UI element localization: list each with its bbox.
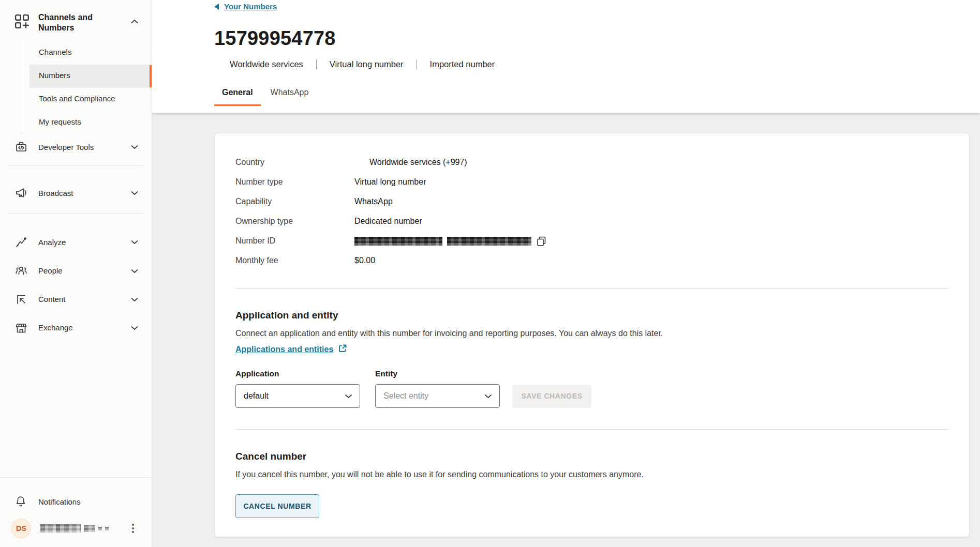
sidebar-item-exchange[interactable]: Exchange	[0, 313, 152, 342]
chevron-down-icon	[131, 142, 138, 151]
detail-row-number-id: Number ID	[235, 235, 948, 247]
meta-imported: Imported number	[430, 59, 495, 69]
application-entity-description: Connect an application and entity with t…	[235, 328, 948, 339]
sidebar: Channels and Numbers Channels Numbers To…	[0, 0, 152, 547]
cancel-number-description: If you cancel this number, you will not …	[235, 469, 948, 480]
exchange-icon	[14, 321, 28, 335]
detail-value: Virtual long number	[354, 177, 426, 187]
sidebar-item-label: Channels and Numbers	[38, 12, 107, 33]
sidebar-divider	[8, 213, 143, 214]
detail-value: Dedicated number	[354, 217, 422, 226]
people-icon	[14, 264, 28, 278]
detail-value: Worldwide services (+997)	[369, 158, 467, 167]
broadcast-icon	[14, 186, 28, 200]
sidebar-item-content[interactable]: Content	[0, 285, 152, 313]
section-divider	[235, 429, 948, 430]
sidebar-item-channels[interactable]: Channels	[22, 41, 152, 65]
user-menu-kebab-icon[interactable]	[130, 522, 136, 535]
bell-icon	[14, 495, 27, 508]
sidebar-item-label: Exchange	[38, 323, 73, 332]
chevron-down-icon	[131, 295, 138, 304]
form-labels-row: Application Entity	[235, 369, 948, 379]
back-link-your-numbers[interactable]: Your Numbers	[214, 2, 277, 11]
sidebar-item-tools-and-compliance[interactable]: Tools and Compliance	[22, 88, 152, 111]
application-select[interactable]: default	[235, 384, 360, 408]
detail-row-monthly-fee: Monthly fee $0.00	[235, 254, 948, 267]
page-title: 15799954778	[214, 27, 980, 49]
sidebar-item-label: Analyze	[38, 238, 66, 247]
user-name-redacted	[40, 524, 109, 533]
page-header: Your Numbers 15799954778 Worldwide servi…	[152, 0, 980, 113]
save-changes-button[interactable]: SAVE CHANGES	[512, 385, 591, 408]
redacted-text-block	[84, 525, 95, 532]
cancel-number-heading: Cancel number	[235, 450, 948, 463]
sidebar-footer-divider	[0, 477, 152, 478]
sidebar-item-label: Broadcast	[38, 189, 73, 197]
redacted-text-block	[98, 527, 102, 530]
detail-value: WhatsApp	[354, 197, 393, 206]
sidebar-item-developer-tools[interactable]: Developer Tools	[0, 132, 152, 161]
entity-label: Entity	[375, 369, 397, 379]
redacted-id-block	[447, 237, 531, 246]
sidebar-item-numbers[interactable]: Numbers	[22, 65, 152, 88]
chevron-up-icon	[131, 17, 138, 26]
detail-label: Ownership type	[235, 217, 354, 226]
entity-select-placeholder: Select entity	[383, 391, 428, 401]
detail-row-number-type: Number type Virtual long number	[235, 176, 948, 188]
detail-row-capability: Capability WhatsApp	[235, 195, 948, 208]
chevron-down-icon	[131, 266, 138, 276]
avatar: DS	[11, 519, 31, 538]
notifications-label: Notifications	[38, 497, 81, 506]
redacted-text-block	[40, 524, 81, 533]
content-icon	[14, 293, 28, 306]
cancel-number-button[interactable]: CANCEL NUMBER	[235, 494, 319, 518]
detail-row-ownership-type: Ownership type Dedicated number	[235, 215, 948, 227]
chevron-down-icon	[131, 323, 138, 332]
redacted-id-block	[354, 237, 442, 246]
application-label: Application	[235, 369, 375, 379]
section-divider	[235, 288, 948, 288]
sidebar-footer: Notifications DS	[0, 477, 152, 547]
sidebar-item-analyze[interactable]: Analyze	[0, 227, 152, 256]
sidebar-item-label: Developer Tools	[38, 143, 94, 151]
developer-tools-icon	[14, 140, 28, 154]
meta-country: Worldwide services	[230, 59, 303, 69]
application-entity-controls: default Select entity SAVE CHANGES	[235, 384, 948, 408]
app-root: Channels and Numbers Channels Numbers To…	[0, 0, 980, 547]
detail-label: Monthly fee	[235, 256, 354, 265]
detail-label: Number ID	[235, 236, 354, 246]
meta-separator	[316, 59, 317, 69]
application-entity-heading: Application and entity	[235, 309, 948, 322]
sidebar-item-label: Content	[38, 295, 66, 303]
detail-row-country: Country Worldwide services (+997)	[235, 156, 948, 169]
back-arrow-icon	[214, 4, 219, 10]
sidebar-item-people[interactable]: People	[0, 256, 152, 285]
sidebar-divider	[8, 165, 143, 166]
notifications-button[interactable]: Notifications	[0, 488, 152, 515]
analyze-icon	[14, 235, 28, 249]
user-account-row[interactable]: DS	[0, 515, 152, 542]
sidebar-item-broadcast[interactable]: Broadcast	[0, 178, 152, 207]
sidebar-item-my-requests[interactable]: My requests	[22, 111, 152, 134]
external-link-icon	[338, 344, 347, 355]
tab-whatsapp[interactable]: WhatsApp	[263, 88, 317, 106]
main-area: Your Numbers 15799954778 Worldwide servi…	[152, 0, 980, 547]
chevron-down-icon	[345, 394, 352, 399]
chevron-down-icon	[131, 188, 138, 197]
applications-entities-link-row: Applications and entities	[235, 344, 948, 355]
entity-select[interactable]: Select entity	[375, 384, 500, 408]
number-meta-row: Worldwide services Virtual long number I…	[214, 59, 980, 69]
sidebar-item-channels-and-numbers[interactable]: Channels and Numbers	[0, 12, 152, 33]
application-select-value: default	[244, 391, 269, 401]
tab-bar: General WhatsApp	[214, 88, 980, 106]
number-id-redacted	[354, 236, 547, 247]
meta-number-type: Virtual long number	[330, 59, 404, 69]
redacted-text-block	[105, 527, 109, 530]
copy-icon[interactable]	[536, 236, 547, 247]
applications-entities-link[interactable]: Applications and entities	[235, 345, 333, 354]
detail-label: Capability	[235, 197, 354, 206]
chevron-down-icon	[131, 237, 138, 247]
back-link-label: Your Numbers	[224, 2, 277, 11]
channels-numbers-icon	[14, 13, 30, 31]
tab-general[interactable]: General	[214, 88, 261, 106]
